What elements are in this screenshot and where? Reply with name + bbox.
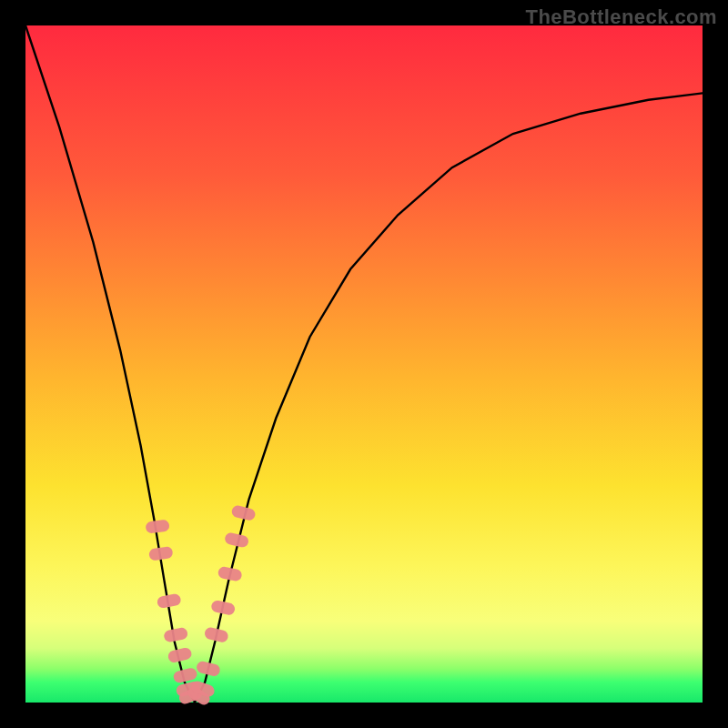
gpu-marker — [172, 667, 197, 684]
gpu-marker — [157, 593, 182, 609]
gpu-marker — [145, 520, 169, 534]
gpu-marker — [163, 627, 188, 643]
chart-plot-area — [25, 25, 703, 703]
gpu-marker — [204, 626, 229, 643]
gpu-marker — [148, 546, 174, 561]
gpu-marker-cluster-left — [145, 520, 204, 706]
watermark-text: TheBottleneck.com — [526, 5, 717, 29]
bottleneck-curve — [25, 25, 703, 703]
chart-svg — [25, 25, 703, 703]
gpu-marker — [224, 531, 249, 548]
gpu-marker — [230, 504, 256, 521]
gpu-marker — [167, 647, 192, 664]
gpu-marker — [210, 600, 236, 616]
gpu-marker — [196, 660, 221, 677]
gpu-marker — [217, 566, 243, 582]
